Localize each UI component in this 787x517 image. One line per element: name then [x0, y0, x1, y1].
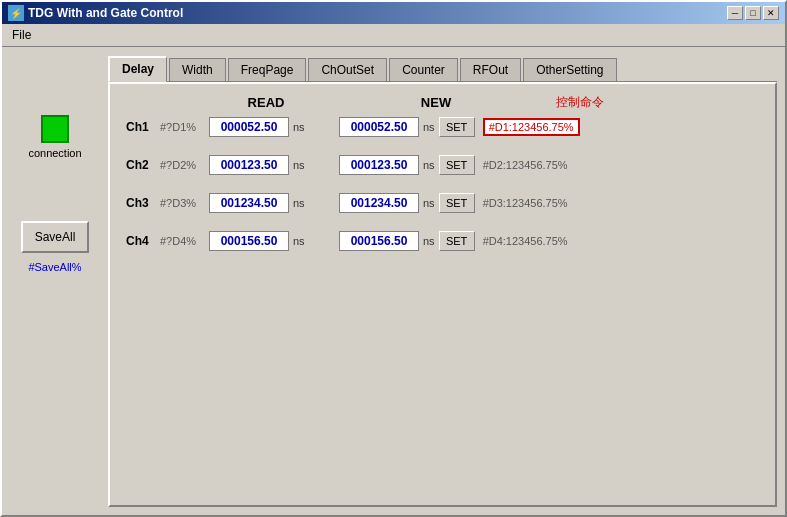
- window-icon: ⚡: [8, 5, 24, 21]
- ch4-label: Ch4: [126, 234, 156, 248]
- read-header: READ: [176, 95, 356, 110]
- ch2-set-button[interactable]: SET: [439, 155, 475, 175]
- content-area: READ NEW 控制命令 Ch1 #?D1% ns ns: [108, 82, 777, 507]
- ch3-new-unit: ns: [423, 197, 435, 209]
- tab-delay[interactable]: Delay: [108, 56, 167, 82]
- ch1-cmd-placeholder: #?D1%: [160, 121, 205, 133]
- ch4-read-unit: ns: [293, 235, 305, 247]
- ch3-read-unit: ns: [293, 197, 305, 209]
- new-header: NEW: [356, 95, 516, 110]
- channel-row-ch2: Ch2 #?D2% ns ns SET #D2:123456.75%: [126, 155, 759, 175]
- tab-choutset[interactable]: ChOutSet: [308, 58, 387, 82]
- maximize-button[interactable]: □: [745, 6, 761, 20]
- control-cmd-label: 控制命令: [556, 94, 604, 111]
- save-all-link[interactable]: #SaveAll%: [28, 261, 81, 273]
- ch2-read-unit: ns: [293, 159, 305, 171]
- title-buttons: ─ □ ✕: [727, 6, 779, 20]
- ch2-new-input[interactable]: [339, 155, 419, 175]
- tab-width[interactable]: Width: [169, 58, 226, 82]
- ch2-label: Ch2: [126, 158, 156, 172]
- ch2-cmd-output: #D2:123456.75%: [483, 159, 568, 171]
- ch1-set-label: SET: [446, 121, 467, 133]
- ch3-label: Ch3: [126, 196, 156, 210]
- channel-row-ch3: Ch3 #?D3% ns ns SET #D3:123456.75%: [126, 193, 759, 213]
- tab-bar: Delay Width FreqPage ChOutSet Counter RF…: [108, 55, 777, 82]
- ch4-cmd-placeholder: #?D4%: [160, 235, 205, 247]
- ch4-set-label: SET: [446, 235, 467, 247]
- ch2-cmd-placeholder: #?D2%: [160, 159, 205, 171]
- save-all-button[interactable]: SaveAll: [21, 221, 89, 253]
- connection-indicator: connection: [28, 115, 81, 159]
- title-bar-left: ⚡ TDG With and Gate Control: [8, 5, 183, 21]
- ch1-new-input[interactable]: [339, 117, 419, 137]
- tab-freqpage[interactable]: FreqPage: [228, 58, 307, 82]
- ch2-read-section: #?D2% ns: [160, 155, 335, 175]
- tab-counter[interactable]: Counter: [389, 58, 458, 82]
- file-menu[interactable]: File: [6, 26, 37, 44]
- menu-bar: File: [2, 24, 785, 47]
- ch4-new-section: ns SET #D4:123456.75%: [339, 231, 568, 251]
- close-button[interactable]: ✕: [763, 6, 779, 20]
- ch3-new-input[interactable]: [339, 193, 419, 213]
- main-content: connection SaveAll #SaveAll% Delay Width…: [2, 47, 785, 515]
- ch3-set-label: SET: [446, 197, 467, 209]
- ch1-new-section: ns SET #D1:123456.75%: [339, 117, 580, 137]
- ch2-new-section: ns SET #D2:123456.75%: [339, 155, 568, 175]
- left-panel: connection SaveAll #SaveAll%: [10, 55, 100, 507]
- title-bar: ⚡ TDG With and Gate Control ─ □ ✕: [2, 2, 785, 24]
- connection-label: connection: [28, 147, 81, 159]
- connection-status-light: [41, 115, 69, 143]
- tab-rfout[interactable]: RFOut: [460, 58, 521, 82]
- ch4-set-button[interactable]: SET: [439, 231, 475, 251]
- tab-othersetting[interactable]: OtherSetting: [523, 58, 616, 82]
- main-window: ⚡ TDG With and Gate Control ─ □ ✕ File c…: [0, 0, 787, 517]
- ch3-cmd-placeholder: #?D3%: [160, 197, 205, 209]
- ch2-new-unit: ns: [423, 159, 435, 171]
- column-headers: READ NEW 控制命令: [126, 94, 759, 111]
- ch1-cmd-output: #D1:123456.75%: [483, 118, 580, 136]
- ch3-set-button[interactable]: SET: [439, 193, 475, 213]
- minimize-button[interactable]: ─: [727, 6, 743, 20]
- ch4-new-unit: ns: [423, 235, 435, 247]
- ch1-read-section: #?D1% ns: [160, 117, 335, 137]
- channel-row-ch4: Ch4 #?D4% ns ns SET #D4:123456.75%: [126, 231, 759, 251]
- ch3-new-section: ns SET #D3:123456.75%: [339, 193, 568, 213]
- ch4-read-section: #?D4% ns: [160, 231, 335, 251]
- ch4-new-input[interactable]: [339, 231, 419, 251]
- ch3-cmd-output: #D3:123456.75%: [483, 197, 568, 209]
- ch4-read-input[interactable]: [209, 231, 289, 251]
- ch1-label: Ch1: [126, 120, 156, 134]
- ch2-read-input[interactable]: [209, 155, 289, 175]
- channel-row-ch1: Ch1 #?D1% ns ns SET #D1:123456.75%: [126, 117, 759, 137]
- ch2-set-label: SET: [446, 159, 467, 171]
- ch4-cmd-output: #D4:123456.75%: [483, 235, 568, 247]
- ch1-new-unit: ns: [423, 121, 435, 133]
- ch1-set-button[interactable]: SET: [439, 117, 475, 137]
- window-title: TDG With and Gate Control: [28, 6, 183, 20]
- ch3-read-section: #?D3% ns: [160, 193, 335, 213]
- ch3-read-input[interactable]: [209, 193, 289, 213]
- save-all-label: SaveAll: [35, 230, 76, 244]
- ch1-read-input[interactable]: [209, 117, 289, 137]
- right-panel: Delay Width FreqPage ChOutSet Counter RF…: [108, 55, 777, 507]
- ch1-read-unit: ns: [293, 121, 305, 133]
